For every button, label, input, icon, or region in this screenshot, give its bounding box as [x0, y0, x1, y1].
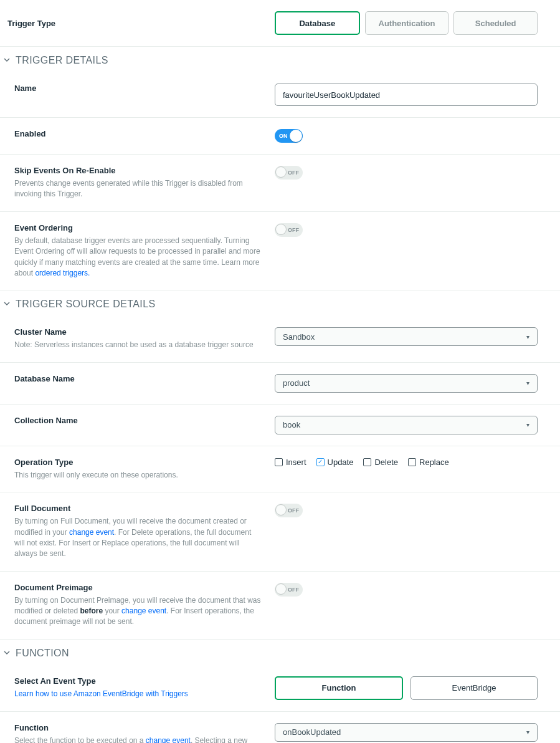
row-collection: Collection Name book ▾	[0, 405, 560, 446]
operation-desc: This trigger will only execute on these …	[14, 470, 262, 481]
section-title: FUNCTION	[16, 648, 69, 659]
section-title: TRIGGER SOURCE DETAILS	[16, 299, 156, 310]
caret-down-icon: ▾	[526, 729, 529, 736]
section-title: TRIGGER DETAILS	[16, 55, 108, 66]
row-operation-type: Operation Type This trigger will only ex…	[0, 446, 560, 492]
full-document-desc: By turning on Full Document, you will re…	[14, 516, 262, 560]
full-document-toggle[interactable]: OFF	[275, 504, 303, 517]
ordered-triggers-link[interactable]: ordered triggers.	[35, 269, 90, 277]
toggle-off-text: OFF	[288, 587, 299, 593]
caret-down-icon: ▾	[526, 380, 529, 386]
operation-checkboxes: Insert ✓Update Delete Replace	[275, 458, 538, 467]
eventbridge-help-link[interactable]: Learn how to use Amazon EventBridge with…	[14, 689, 188, 698]
trigger-type-scheduled[interactable]: Scheduled	[453, 11, 538, 35]
row-function: Function Select the function to be execu…	[0, 712, 560, 743]
trigger-type-database[interactable]: Database	[275, 11, 360, 35]
database-select[interactable]: product ▾	[275, 374, 538, 393]
row-full-document: Full Document By turning on Full Documen…	[0, 492, 560, 572]
checkbox-checked-icon: ✓	[316, 458, 325, 466]
caret-down-icon: ▾	[526, 333, 529, 340]
select-value: onBookUpdated	[283, 727, 341, 737]
skip-events-toggle[interactable]: OFF	[275, 166, 303, 180]
row-cluster: Cluster Name Note: Serverless instances …	[0, 316, 560, 362]
trigger-type-row: Trigger Type Database Authentication Sch…	[0, 0, 560, 47]
function-label: Function	[14, 723, 262, 732]
row-event-ordering: Event Ordering By default, database trig…	[0, 212, 560, 291]
checkbox-icon	[275, 458, 283, 466]
enabled-label: Enabled	[14, 129, 46, 138]
name-label: Name	[14, 84, 36, 93]
toggle-off-text: OFF	[288, 170, 299, 176]
op-insert[interactable]: Insert	[275, 458, 306, 467]
preimage-toggle[interactable]: OFF	[275, 583, 303, 597]
toggle-knob	[275, 166, 287, 178]
trigger-type-label: Trigger Type	[7, 19, 55, 28]
change-event-link[interactable]: change event	[146, 736, 191, 743]
chevron-down-icon	[3, 299, 11, 310]
cluster-note: Note: Serverless instances cannot be use…	[14, 340, 262, 350]
op-update[interactable]: ✓Update	[316, 458, 354, 467]
full-document-label: Full Document	[14, 504, 262, 513]
row-skip-events: Skip Events On Re-Enable Prevents change…	[0, 155, 560, 212]
row-enabled: Enabled ON	[0, 118, 560, 155]
function-select[interactable]: onBookUpdated ▾	[275, 723, 538, 742]
skip-events-desc: Prevents change events generated while t…	[14, 178, 262, 200]
toggle-knob	[275, 504, 287, 515]
skip-events-label: Skip Events On Re-Enable	[14, 166, 262, 175]
chevron-down-icon	[3, 648, 11, 659]
select-value: product	[283, 378, 310, 388]
toggle-off-text: OFF	[288, 227, 299, 233]
op-replace[interactable]: Replace	[408, 458, 449, 467]
row-name: Name	[0, 72, 560, 118]
toggle-knob	[290, 130, 302, 142]
caret-down-icon: ▾	[526, 421, 529, 428]
toggle-off-text: OFF	[288, 507, 299, 514]
preimage-desc: By turning on Document Preimage, you wil…	[14, 595, 262, 628]
collection-select[interactable]: book ▾	[275, 416, 538, 434]
section-trigger-source[interactable]: TRIGGER SOURCE DETAILS	[0, 290, 560, 316]
checkbox-icon	[408, 458, 416, 466]
checkbox-icon	[363, 458, 371, 466]
event-type-function[interactable]: Function	[275, 676, 403, 700]
row-preimage: Document Preimage By turning on Document…	[0, 572, 560, 640]
section-function[interactable]: FUNCTION	[0, 640, 560, 665]
op-delete[interactable]: Delete	[363, 458, 398, 467]
event-ordering-desc: By default, database trigger events are …	[14, 236, 262, 279]
select-value: book	[283, 420, 300, 429]
select-value: Sandbox	[283, 332, 315, 342]
event-type-label: Select An Event Type	[14, 676, 262, 686]
toggle-on-text: ON	[279, 133, 288, 139]
event-type-eventbridge[interactable]: EventBridge	[411, 676, 538, 700]
row-database: Database Name product ▾	[0, 363, 560, 405]
name-input[interactable]	[275, 84, 538, 106]
trigger-type-authentication[interactable]: Authentication	[365, 11, 449, 35]
event-ordering-toggle[interactable]: OFF	[275, 223, 303, 237]
operation-label: Operation Type	[14, 458, 262, 467]
chevron-down-icon	[3, 55, 11, 66]
enabled-toggle[interactable]: ON	[275, 129, 303, 143]
change-event-link[interactable]: change event	[121, 606, 166, 615]
event-ordering-label: Event Ordering	[14, 223, 262, 232]
cluster-label: Cluster Name	[14, 327, 262, 337]
change-event-link[interactable]: change event	[69, 528, 114, 537]
section-trigger-details[interactable]: TRIGGER DETAILS	[0, 47, 560, 72]
database-label: Database Name	[14, 374, 262, 383]
row-event-type: Select An Event Type Learn how to use Am…	[0, 665, 560, 712]
toggle-knob	[275, 224, 287, 235]
collection-label: Collection Name	[14, 416, 262, 425]
preimage-label: Document Preimage	[14, 583, 262, 592]
toggle-knob	[275, 583, 287, 595]
cluster-select[interactable]: Sandbox ▾	[275, 327, 538, 346]
function-desc: Select the function to be executed on a …	[14, 736, 262, 743]
